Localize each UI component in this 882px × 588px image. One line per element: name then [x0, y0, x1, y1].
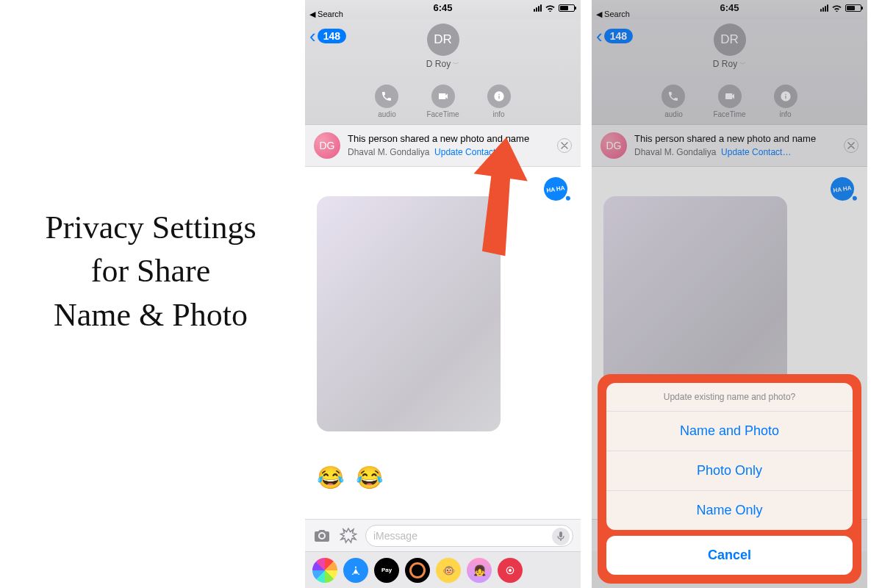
- audio-call-button[interactable]: audio: [375, 85, 398, 118]
- action-sheet: Update existing name and photo? Name and…: [606, 383, 853, 530]
- shared-avatar: DG: [314, 132, 340, 159]
- voice-record-button[interactable]: [552, 528, 570, 545]
- video-icon: [431, 85, 455, 108]
- cell-signal-icon: [534, 4, 542, 12]
- phone-screenshot-left: 6:45 ◀ Search ‹ 148 DR D Roy﹀ audio: [305, 0, 581, 588]
- message-input-row: iMessage: [305, 519, 581, 551]
- received-emoji-message[interactable]: 😂 😂: [317, 465, 386, 490]
- page-heading: Privacy Settings for Share Name & Photo: [0, 206, 301, 337]
- conversation-header: ‹ 148 DR D Roy﹀ audio FaceTime: [305, 19, 581, 125]
- update-contact-link[interactable]: Update Contact…: [434, 147, 504, 157]
- chat-area[interactable]: HA HA 😂 😂: [305, 167, 581, 520]
- status-time: 6:45: [433, 2, 452, 13]
- animoji-app-icon[interactable]: 🐵: [436, 558, 461, 583]
- digital-touch-app-icon[interactable]: [498, 558, 523, 583]
- apple-pay-app-icon[interactable]: Pay: [374, 558, 399, 583]
- dismiss-banner-button[interactable]: [557, 138, 572, 153]
- contact-actions: audio FaceTime info: [305, 85, 581, 118]
- facetime-button[interactable]: FaceTime: [426, 85, 459, 118]
- svg-point-0: [509, 569, 512, 572]
- contact-avatar[interactable]: DR: [427, 24, 459, 56]
- app-drawer-button[interactable]: [339, 526, 358, 545]
- photos-app-icon[interactable]: [312, 558, 337, 583]
- sheet-option-name-and-photo[interactable]: Name and Photo: [606, 412, 853, 451]
- wifi-icon: [545, 4, 556, 12]
- annotation-highlight-box: Update existing name and photo? Name and…: [598, 374, 861, 584]
- info-button[interactable]: info: [487, 85, 511, 118]
- sheet-option-photo-only[interactable]: Photo Only: [606, 451, 853, 491]
- chevron-down-icon: ﹀: [453, 60, 459, 69]
- imessage-app-strip[interactable]: Pay 🐵 👧: [305, 551, 581, 588]
- input-placeholder: iMessage: [373, 530, 417, 542]
- camera-button[interactable]: [312, 526, 331, 545]
- action-sheet-title: Update existing name and photo?: [606, 383, 853, 412]
- banner-subtitle: Dhaval M. Gondaliya Update Contact…: [348, 147, 550, 158]
- appstore-app-icon[interactable]: [343, 558, 368, 583]
- haha-reaction[interactable]: HA HA: [542, 176, 569, 202]
- heading-line: Name & Photo: [0, 293, 301, 337]
- unread-badge: 148: [318, 29, 346, 43]
- info-icon: [487, 85, 511, 108]
- activity-app-icon[interactable]: [405, 558, 430, 583]
- message-input[interactable]: iMessage: [365, 525, 573, 547]
- shared-photo-banner: DG This person shared a new photo and na…: [305, 125, 581, 167]
- banner-title: This person shared a new photo and name: [348, 133, 550, 145]
- status-back-to-app[interactable]: ◀ Search: [309, 10, 343, 19]
- phone-screenshot-right: 6:45 ◀ Search ‹ 148 DR D Roy﹀ audio Face: [592, 0, 867, 588]
- banner-text: This person shared a new photo and name …: [348, 133, 550, 157]
- sheet-cancel-button[interactable]: Cancel: [606, 536, 853, 575]
- received-image-message[interactable]: [317, 196, 501, 431]
- status-bar: 6:45 ◀ Search: [305, 0, 581, 19]
- phone-icon: [375, 85, 398, 108]
- contact-name[interactable]: D Roy﹀: [426, 59, 459, 69]
- sheet-option-name-only[interactable]: Name Only: [606, 491, 853, 530]
- chevron-left-icon: ‹: [309, 26, 316, 46]
- memoji-app-icon[interactable]: 👧: [467, 558, 492, 583]
- battery-icon: [559, 4, 575, 12]
- status-icons: [534, 4, 575, 12]
- heading-line: Privacy Settings: [0, 206, 301, 249]
- back-button[interactable]: ‹ 148: [309, 26, 346, 46]
- heading-line: for Share: [0, 249, 301, 293]
